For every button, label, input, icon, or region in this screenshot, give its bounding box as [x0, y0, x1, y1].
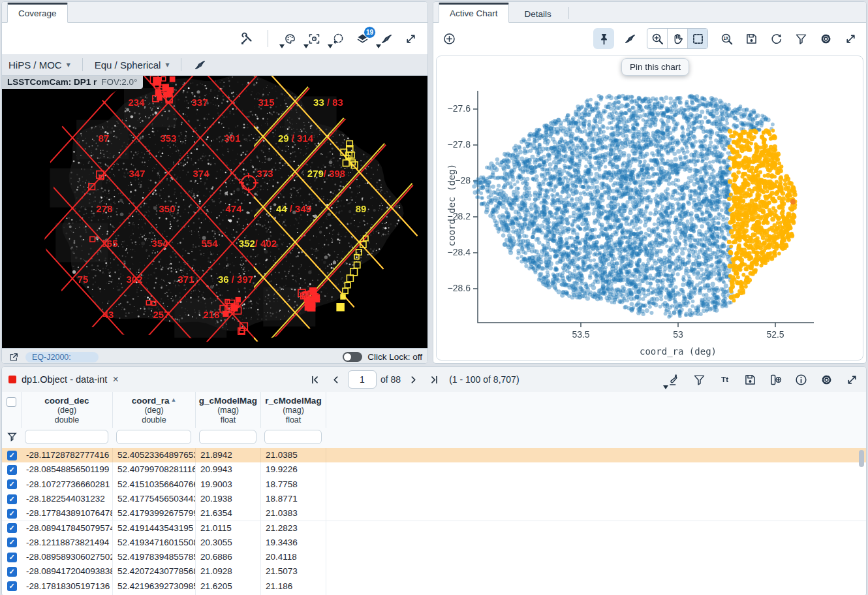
- first-page-icon[interactable]: [306, 371, 323, 388]
- tab-active-chart[interactable]: Active Chart: [439, 3, 509, 23]
- cell-g_cModelMag: 20.3055: [196, 536, 261, 550]
- row-checkbox[interactable]: ✓: [7, 553, 17, 562]
- compass-off-icon[interactable]: [191, 56, 209, 74]
- table-row[interactable]: ✓-28.1072773666028152.4151035664076619.9…: [2, 477, 866, 492]
- grid-cell-label: 350: [159, 203, 175, 214]
- coordinate-readout: EQ-J2000:: [25, 352, 99, 362]
- rect-select-tool-icon[interactable]: [687, 29, 707, 48]
- click-lock-toggle[interactable]: [343, 352, 362, 362]
- data-products-scope-icon[interactable]: [664, 370, 683, 389]
- column-header-g_cModelMag[interactable]: g_cModelMag (mag)float: [196, 392, 261, 428]
- row-checkbox[interactable]: ✓: [7, 581, 17, 591]
- filter-input-r_cModelMag[interactable]: [264, 430, 322, 444]
- table-row[interactable]: ✓-28.08958930602750252.4197839485578520.…: [2, 550, 866, 565]
- row-checkbox[interactable]: ✓: [7, 451, 17, 460]
- table-row[interactable]: ✓-28.08941720409383852.4207243077856821.…: [2, 564, 866, 579]
- table-settings-gear-icon[interactable]: [817, 370, 835, 389]
- svg-text:Tt: Tt: [721, 375, 728, 384]
- zoom-original-icon[interactable]: 1X: [717, 29, 736, 48]
- grid-cell-label: 554: [201, 238, 218, 249]
- table-row[interactable]: ✓-28.1781830519713652.4219639273098521.6…: [2, 579, 866, 594]
- filter-chart-icon[interactable]: [792, 29, 810, 48]
- last-page-icon[interactable]: [426, 371, 442, 388]
- row-checkbox[interactable]: ✓: [7, 523, 17, 533]
- restore-chart-icon[interactable]: [767, 29, 785, 48]
- color-palette-icon[interactable]: [281, 29, 299, 48]
- table-row[interactable]: ✓-28.1211887382149452.4193471601550820.3…: [2, 536, 866, 551]
- coverage-sky-image[interactable]: 23433731533 / 838735330129 / 31434737437…: [2, 76, 427, 348]
- popout-coords-icon[interactable]: [7, 351, 20, 364]
- row-checkbox[interactable]: ✓: [7, 465, 17, 475]
- compass-off-icon[interactable]: [621, 29, 639, 48]
- image-tools-icon[interactable]: [237, 29, 255, 48]
- column-header-coord_dec[interactable]: coord_dec (deg)double: [22, 392, 113, 428]
- grid-cell-label: 302: [126, 274, 142, 285]
- expand-table-icon[interactable]: [843, 370, 861, 389]
- row-checkbox[interactable]: ✓: [7, 538, 17, 547]
- pan-hand-tool-icon[interactable]: [667, 29, 687, 48]
- bar-divider: [181, 58, 181, 71]
- chart-tabbar: Active Chart Details: [433, 2, 866, 23]
- prev-page-icon[interactable]: [327, 371, 344, 388]
- scatter-plot-canvas[interactable]: [437, 56, 867, 360]
- filter-input-coord_ra[interactable]: [116, 430, 191, 444]
- cell-g_cModelMag: 21.8942: [196, 448, 261, 462]
- table-info-icon[interactable]: [792, 370, 810, 389]
- text-view-icon[interactable]: Tt: [715, 370, 734, 389]
- zoom-in-tool-icon[interactable]: [647, 29, 667, 48]
- y-axis-title: coord_dec (deg): [446, 156, 457, 254]
- table-row[interactable]: ✓-28.182254403123252.41775456503443620.1…: [2, 492, 866, 507]
- table-titlebar: dp1.Object - data-int × of 88 (1 - 100 o…: [2, 367, 866, 393]
- tab-coverage[interactable]: Coverage: [7, 3, 68, 23]
- cell-coord_ra: 52.417939926757995: [113, 506, 196, 521]
- cell-coord_dec: -28.089589306027502: [22, 550, 113, 564]
- row-checkbox[interactable]: ✓: [7, 479, 17, 489]
- pin-chart-icon[interactable]: [593, 28, 614, 49]
- table-row[interactable]: ✓-28.1172878277741652.4052336489765321.8…: [2, 448, 866, 463]
- row-checkbox[interactable]: ✓: [7, 494, 17, 504]
- table-row[interactable]: ✓-28.08941784507957452.419144354319521.0…: [2, 521, 866, 536]
- add-column-icon[interactable]: [766, 370, 784, 389]
- coverage-footer: EQ-J2000: Click Lock: off: [2, 348, 427, 364]
- recenter-icon[interactable]: [305, 29, 323, 48]
- filter-input-coord_dec[interactable]: [25, 430, 108, 444]
- column-header-r_cModelMag[interactable]: r_cModelMag (mag)float: [261, 392, 326, 428]
- add-chart-icon[interactable]: [440, 29, 458, 48]
- select-all-checkbox[interactable]: [7, 397, 16, 407]
- save-chart-icon[interactable]: [742, 29, 760, 48]
- filter-input-g_cModelMag[interactable]: [199, 430, 256, 444]
- grid-cell-label: 43: [103, 309, 114, 320]
- svg-text:1X: 1X: [723, 35, 729, 40]
- hips-moc-dropdown[interactable]: HiPS / MOC ▾: [2, 59, 77, 71]
- row-checkbox[interactable]: ✓: [7, 567, 17, 577]
- chevron-down-icon: [376, 44, 381, 48]
- cell-coord_ra: 52.41978394855785: [113, 550, 196, 564]
- layers-icon[interactable]: 19: [353, 29, 371, 48]
- grid-compass-off-icon[interactable]: [377, 29, 395, 48]
- table-title: dp1.Object - data-int: [22, 374, 107, 385]
- close-table-icon[interactable]: ×: [112, 374, 118, 385]
- table-row[interactable]: ✓-28.0854885650119952.40799708281116420.…: [2, 462, 866, 477]
- cell-g_cModelMag: 21.6205: [196, 579, 261, 594]
- grid-cell-label: 36 / 397: [218, 274, 253, 285]
- expand-chart-icon[interactable]: [841, 29, 860, 48]
- tab-details[interactable]: Details: [514, 5, 562, 23]
- column-header-coord_ra[interactable]: coord_ra▲ (deg)double: [113, 392, 196, 428]
- projection-dropdown[interactable]: Equ / Spherical ▾: [88, 59, 176, 71]
- row-checkbox[interactable]: ✓: [7, 509, 17, 519]
- grid-cell-label: 337: [191, 97, 208, 108]
- cell-coord_dec: -28.12118873821494: [22, 536, 113, 550]
- click-lock-label: Click Lock: off: [367, 352, 422, 362]
- table-vertical-scrollbar[interactable]: [859, 450, 864, 467]
- chart-settings-gear-icon[interactable]: [816, 29, 835, 48]
- filter-table-icon[interactable]: [690, 370, 708, 389]
- save-table-icon[interactable]: [741, 370, 759, 389]
- grid-cell-label: 279/ 398: [307, 168, 345, 179]
- grid-cell-label: 29 / 314: [278, 133, 314, 144]
- select-region-icon[interactable]: [329, 29, 347, 48]
- fov-value: FOV:2.0°: [101, 77, 137, 87]
- page-number-input[interactable]: [348, 370, 377, 389]
- table-row[interactable]: ✓-28.17784389107647852.41793992675799521…: [2, 506, 866, 521]
- next-page-icon[interactable]: [405, 371, 422, 388]
- expand-coverage-icon[interactable]: [401, 29, 420, 48]
